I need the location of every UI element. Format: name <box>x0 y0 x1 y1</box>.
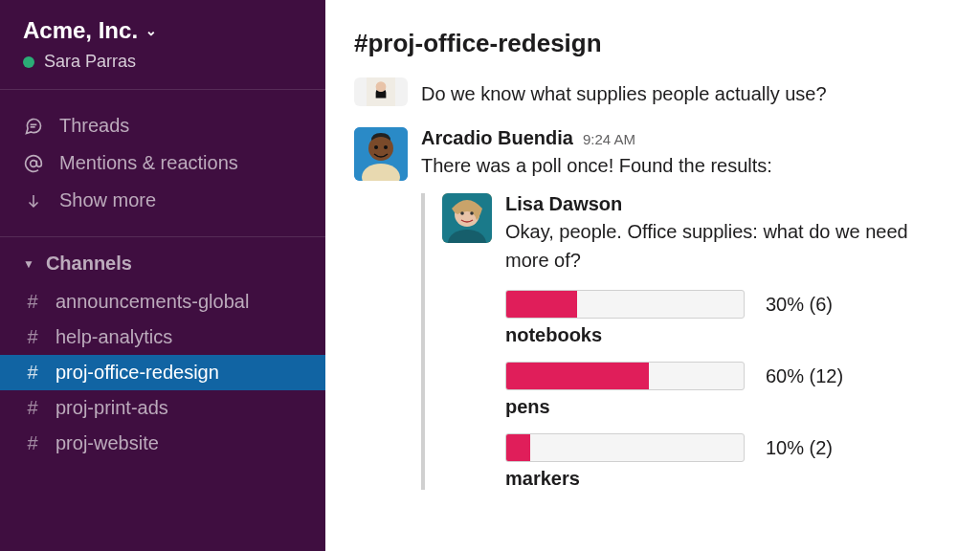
hash-icon: # <box>23 432 42 454</box>
message-text: There was a poll once! Found the results… <box>421 151 951 180</box>
threads-icon <box>23 117 44 136</box>
avatar[interactable] <box>354 77 408 106</box>
message-time: 9:24 AM <box>583 131 635 147</box>
poll-bar-fill <box>506 291 577 318</box>
nav-show-more-label: Show more <box>59 189 156 211</box>
poll: 30% (6) notebooks 60% (12) <box>505 290 951 490</box>
channel-label: help-analytics <box>56 326 172 348</box>
nav-show-more[interactable]: Show more <box>0 182 325 219</box>
svg-point-9 <box>374 145 378 149</box>
nav-mentions[interactable]: Mentions & reactions <box>0 144 325 182</box>
poll-bar[interactable] <box>505 362 745 390</box>
channels-section: ▼ Channels # announcements-global # help… <box>0 237 325 461</box>
channel-help-analytics[interactable]: # help-analytics <box>0 320 325 355</box>
chevron-down-icon: ⌄ <box>145 23 157 38</box>
svg-point-5 <box>376 81 387 92</box>
channel-proj-print-ads[interactable]: # proj-print-ads <box>0 390 325 426</box>
nav-mentions-label: Mentions & reactions <box>59 152 238 174</box>
quote-author[interactable]: Lisa Dawson <box>505 193 951 215</box>
message-author[interactable]: Arcadio Buendia <box>421 127 573 149</box>
message-content: Do we know what supplies people actually… <box>421 77 951 108</box>
svg-point-14 <box>460 211 464 215</box>
user-presence[interactable]: Sara Parras <box>23 52 306 72</box>
workspace-name[interactable]: Acme, Inc. ⌄ <box>23 17 306 44</box>
hash-icon: # <box>23 291 42 313</box>
poll-bar[interactable] <box>505 290 745 319</box>
avatar[interactable] <box>354 127 408 181</box>
avatar[interactable] <box>442 193 492 243</box>
arrow-down-icon <box>23 192 44 209</box>
poll-value: 60% (12) <box>766 365 843 387</box>
current-user-name: Sara Parras <box>44 52 136 72</box>
poll-item-markers: 10% (2) markers <box>505 433 951 490</box>
workspace-name-text: Acme, Inc. <box>23 17 138 44</box>
sidebar: Acme, Inc. ⌄ Sara Parras Threads Mention… <box>0 0 325 551</box>
channels-header-label: Channels <box>46 253 132 275</box>
poll-bar-fill <box>506 434 530 461</box>
poll-label: notebooks <box>505 324 951 346</box>
message-list[interactable]: Do we know what supplies people actually… <box>325 77 980 551</box>
poll-label: markers <box>505 468 951 490</box>
channel-header[interactable]: #proj-office-redesign <box>325 0 980 77</box>
message-text: Do we know what supplies people actually… <box>421 79 951 108</box>
channels-header[interactable]: ▼ Channels <box>0 237 325 284</box>
poll-bar-fill <box>506 363 649 389</box>
quoted-message: Lisa Dawson Okay, people. Office supplie… <box>421 193 951 490</box>
nav-threads[interactable]: Threads <box>0 107 325 144</box>
channel-label: proj-office-redesign <box>56 362 219 384</box>
message-content: Arcadio Buendia 9:24 AM There was a poll… <box>421 127 951 490</box>
poll-item-pens: 60% (12) pens <box>505 362 951 418</box>
channel-announcements-global[interactable]: # announcements-global <box>0 284 325 320</box>
svg-point-10 <box>384 145 388 149</box>
hash-icon: # <box>23 362 42 384</box>
channel-proj-website[interactable]: # proj-website <box>0 426 325 461</box>
channel-label: announcements-global <box>56 291 249 313</box>
quote-text: Okay, people. Office supplies: what do w… <box>505 217 951 275</box>
caret-down-icon: ▼ <box>23 257 34 271</box>
channel-label: proj-website <box>56 432 159 454</box>
nav-threads-label: Threads <box>59 115 129 137</box>
poll-item-notebooks: 30% (6) notebooks <box>505 290 951 346</box>
channel-proj-office-redesign[interactable]: # proj-office-redesign <box>0 355 325 390</box>
message-row: Do we know what supplies people actually… <box>354 77 951 121</box>
poll-value: 10% (2) <box>766 437 833 459</box>
channel-title: #proj-office-redesign <box>354 29 951 58</box>
poll-bar[interactable] <box>505 433 745 462</box>
nav-group: Threads Mentions & reactions Show more <box>0 90 325 237</box>
at-icon <box>23 154 44 173</box>
main-panel: #proj-office-redesign Do we know what su… <box>325 0 980 551</box>
svg-point-2 <box>31 160 37 166</box>
hash-icon: # <box>23 326 42 348</box>
svg-point-15 <box>470 211 474 215</box>
hash-icon: # <box>23 397 42 419</box>
channel-label: proj-print-ads <box>56 397 168 419</box>
poll-label: pens <box>505 396 951 418</box>
presence-indicator-icon <box>23 56 34 68</box>
poll-value: 30% (6) <box>766 294 833 316</box>
message-header: Arcadio Buendia 9:24 AM <box>421 127 951 149</box>
workspace-header[interactable]: Acme, Inc. ⌄ Sara Parras <box>0 17 325 90</box>
message-row: Arcadio Buendia 9:24 AM There was a poll… <box>354 121 951 503</box>
quote-body: Lisa Dawson Okay, people. Office supplie… <box>505 193 951 490</box>
